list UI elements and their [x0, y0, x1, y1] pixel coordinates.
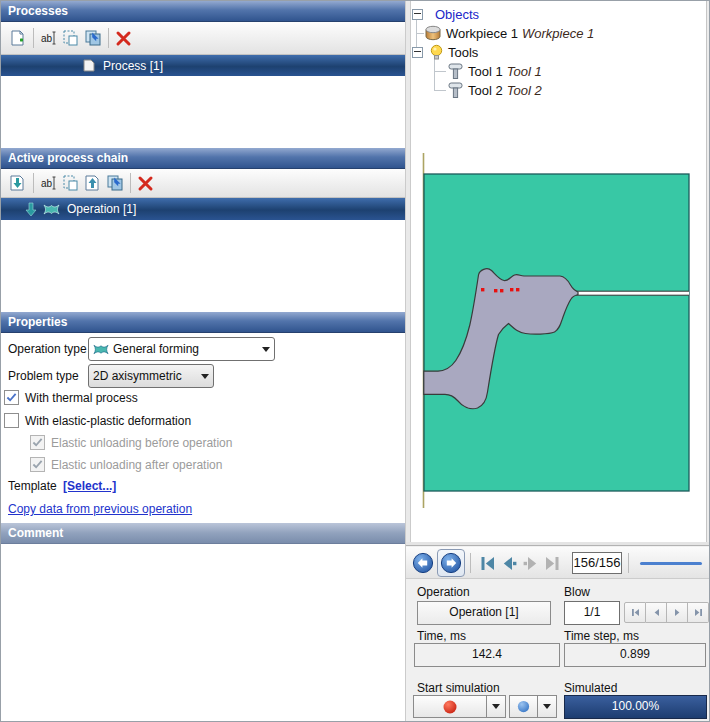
record-slider[interactable] — [640, 562, 702, 565]
horizontal-splitter[interactable] — [406, 542, 710, 545]
problem-type-combo[interactable]: 2D axisymmetric — [88, 364, 214, 388]
copy-icon[interactable] — [60, 27, 82, 49]
state-forward-button-selected[interactable] — [437, 549, 465, 577]
checkbox-checked-disabled — [30, 457, 45, 472]
properties-title: Properties — [8, 315, 67, 329]
copy-data-link[interactable]: Copy data from previous operation — [8, 502, 192, 516]
tree-line — [434, 56, 435, 90]
collapse-icon[interactable] — [412, 9, 423, 20]
move-up-icon[interactable] — [82, 172, 104, 194]
tree-item-tools[interactable]: Tools — [412, 44, 478, 61]
tools-icon — [429, 44, 444, 61]
workpiece-icon — [424, 25, 442, 42]
next-record-button-disabled[interactable] — [520, 552, 542, 574]
tool2-name: Tool 2 — [468, 83, 503, 98]
time-step-field: 0.899 — [564, 643, 706, 667]
thermal-checkbox-row[interactable]: With thermal process — [4, 390, 138, 405]
delete-icon[interactable] — [135, 172, 157, 194]
forming-icon — [43, 203, 60, 216]
comment-textarea[interactable] — [1, 544, 405, 722]
clone-icon[interactable] — [104, 172, 126, 194]
toolbar-separator — [108, 28, 109, 48]
tool-region — [424, 174, 689, 491]
rename-icon[interactable]: ab — [38, 27, 60, 49]
insert-operation-icon[interactable] — [7, 172, 29, 194]
secondary-simulation-button[interactable] — [509, 695, 557, 718]
tool-icon — [447, 62, 464, 80]
template-label: Template — [8, 479, 57, 493]
down-arrow-icon — [25, 202, 37, 217]
operation-type-label: Operation type — [8, 342, 87, 356]
rename-icon[interactable]: ab — [38, 172, 60, 194]
process-list-item[interactable]: Process [1] — [1, 55, 405, 76]
chevron-down-icon — [262, 347, 270, 352]
tree-item-tool2[interactable]: Tool 2 Tool 2 — [447, 81, 542, 99]
delete-icon[interactable] — [113, 27, 135, 49]
marker-point — [494, 289, 497, 292]
checkbox-unchecked[interactable] — [4, 413, 19, 428]
blow-label: Blow — [564, 586, 590, 599]
processes-header: Processes — [1, 1, 405, 22]
toolbar-separator — [130, 173, 131, 193]
tool1-name: Tool 1 — [468, 64, 503, 79]
chevron-down-icon[interactable] — [538, 695, 557, 718]
chain-toolbar: ab — [1, 169, 405, 198]
clone-icon[interactable] — [82, 27, 104, 49]
left-pane: Processes ab Process [1 — [1, 1, 405, 722]
marker-point — [516, 288, 519, 291]
blow-last-button[interactable] — [688, 602, 709, 623]
right-scroll-strip[interactable] — [706, 1, 710, 545]
operation-label: Operation — [417, 586, 470, 599]
time-label: Time, ms — [417, 630, 466, 643]
template-select-link[interactable]: [Select...] — [63, 479, 116, 493]
blow-next-button[interactable] — [667, 602, 688, 623]
marker-point — [500, 289, 503, 292]
record-counter-field[interactable]: 156/156 — [572, 552, 622, 574]
objects-tree: Objects Workpiece 1 Workpiece 1 Tools — [411, 1, 707, 106]
elastic-plastic-checkbox-row[interactable]: With elastic-plastic deformation — [4, 413, 191, 428]
processes-toolbar: ab — [1, 22, 405, 55]
comment-header: Comment — [1, 523, 405, 544]
tree-item-workpiece[interactable]: Workpiece 1 Workpiece 1 — [424, 25, 594, 42]
state-back-button[interactable] — [412, 552, 434, 574]
operation-list-item[interactable]: Operation [1] — [1, 198, 405, 220]
operation-item-label: Operation [1] — [67, 202, 136, 216]
checkbox-checked[interactable] — [4, 390, 19, 405]
copy-icon[interactable] — [60, 172, 82, 194]
operation-type-value: General forming — [113, 342, 199, 356]
blow-first-button[interactable] — [624, 602, 646, 623]
thermal-checkbox-label: With thermal process — [25, 391, 138, 405]
qform-window: Processes ab Process [1 — [0, 0, 710, 722]
chain-header: Active process chain — [1, 148, 405, 169]
forming-icon — [93, 343, 109, 356]
chevron-down-icon — [201, 374, 209, 379]
tree-item-objects[interactable]: Objects — [412, 7, 479, 22]
operation-type-combo[interactable]: General forming — [88, 337, 275, 361]
blow-previous-button[interactable] — [646, 602, 667, 623]
tool-icon — [447, 81, 464, 99]
tool2-type: Tool 2 — [507, 83, 542, 98]
tree-line — [434, 71, 446, 72]
record-icon[interactable] — [413, 695, 487, 718]
tree-line — [416, 33, 424, 34]
blow-field[interactable]: 1/1 — [564, 601, 620, 625]
last-record-button-disabled[interactable] — [542, 552, 564, 574]
objects-label: Objects — [435, 7, 479, 22]
new-process-icon[interactable] — [7, 27, 29, 49]
start-simulation-button[interactable] — [413, 695, 506, 718]
elastic-plastic-checkbox-label: With elastic-plastic deformation — [25, 414, 191, 428]
chain-title: Active process chain — [8, 151, 128, 165]
chevron-down-icon[interactable] — [487, 695, 506, 718]
first-record-button[interactable] — [476, 552, 498, 574]
svg-text:ab: ab — [41, 178, 53, 189]
operation-selector-button[interactable]: Operation [1] — [417, 601, 551, 625]
blue-dot-icon[interactable] — [509, 695, 538, 718]
page-icon — [83, 59, 95, 72]
previous-record-button[interactable] — [498, 552, 520, 574]
process-item-label: Process [1] — [103, 59, 163, 73]
collapse-icon[interactable] — [412, 47, 423, 58]
simulated-progressbar: 100.00% — [564, 695, 707, 719]
tree-item-tool1[interactable]: Tool 1 Tool 1 — [447, 62, 542, 80]
simulation-viewport[interactable] — [410, 109, 706, 545]
processes-title: Processes — [8, 4, 68, 18]
